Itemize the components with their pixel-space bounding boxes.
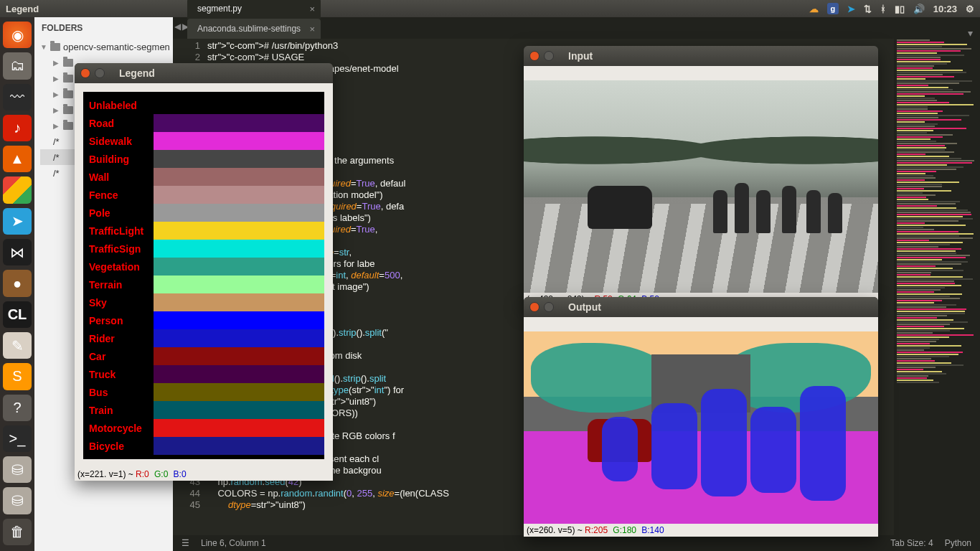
legend-swatch	[154, 437, 324, 455]
system-tray: ☁ g ➤ ⇅ ᚼ ▮▯ 🔊 10:23 ⚙	[809, 3, 974, 14]
launcher-sublime-icon[interactable]: S	[3, 363, 32, 390]
tray-volume-icon[interactable]: 🔊	[913, 4, 925, 14]
status-hamburger-icon[interactable]: ☰	[182, 538, 189, 548]
output-toolbar	[524, 317, 878, 331]
legend-label: Wall	[83, 171, 154, 183]
launcher-vscode-icon[interactable]: ⋈	[3, 239, 32, 265]
launcher-monitor-icon[interactable]: 〰	[3, 84, 32, 110]
legend-label: Person	[83, 315, 154, 326]
tray-app-icon[interactable]: g	[827, 3, 839, 14]
launcher-clion-icon[interactable]: CL	[3, 301, 32, 328]
tray-gear-icon[interactable]: ⚙	[966, 4, 974, 14]
output-window-title: Output	[568, 301, 601, 313]
legend-swatch	[154, 276, 324, 293]
legend-row-building: Building	[83, 150, 324, 168]
legend-swatch	[154, 204, 324, 222]
close-icon[interactable]	[80, 68, 90, 78]
launcher-help-icon[interactable]: ?	[3, 395, 32, 421]
legend-row-terrain: Terrain	[83, 276, 324, 293]
tab-segment-py[interactable]: segment.py×	[187, 0, 321, 19]
nav-back-icon[interactable]: ◀	[174, 22, 181, 32]
legend-swatch	[154, 365, 324, 383]
legend-label: Unlabeled	[83, 100, 154, 111]
minimap[interactable]	[894, 39, 980, 537]
tray-bluetooth-icon[interactable]: ᚼ	[880, 4, 886, 14]
menubar: Legend ☁ g ➤ ⇅ ᚼ ▮▯ 🔊 10:23 ⚙	[0, 0, 980, 17]
legend-row-wall: Wall	[83, 168, 324, 186]
legend-swatch	[154, 329, 324, 347]
tab-label: segment.py	[197, 4, 242, 14]
legend-label: Pole	[83, 207, 154, 219]
minimize-icon[interactable]	[95, 68, 105, 78]
tray-clock[interactable]: 10:23	[933, 4, 957, 14]
launcher-files-icon[interactable]: 🗂	[3, 52, 32, 79]
launcher-terminal-icon[interactable]: >_	[3, 425, 32, 452]
status-position: Line 6, Column 1	[201, 538, 266, 548]
legend-swatch	[154, 168, 324, 186]
tray-telegram-icon[interactable]: ➤	[847, 4, 855, 14]
legend-window[interactable]: Legend UnlabeledRoadSidewalkBuildingWall…	[75, 63, 333, 481]
tray-network-icon[interactable]: ⇅	[864, 4, 872, 14]
legend-label: Car	[83, 351, 154, 362]
tab-close-icon[interactable]: ×	[310, 24, 316, 34]
output-image	[524, 331, 878, 524]
tray-cloud-icon[interactable]: ☁	[809, 4, 819, 14]
legend-swatch	[154, 401, 324, 419]
launcher-gedit-icon[interactable]: ✎	[3, 332, 32, 359]
sidebar-title: FOLDERS	[34, 17, 173, 39]
legend-row-car: Car	[83, 347, 324, 365]
legend-window-title: Legend	[119, 67, 155, 79]
status-bar: ☰ Line 6, Column 1 Tab Size: 4 Python	[173, 535, 980, 551]
legend-row-bicycle: Bicycle	[83, 437, 324, 455]
tab-close-icon[interactable]: ×	[310, 4, 316, 14]
legend-label: Building	[83, 154, 154, 165]
legend-swatch	[154, 311, 324, 329]
legend-swatch	[154, 383, 324, 401]
close-icon[interactable]	[529, 51, 540, 61]
legend-row-person: Person	[83, 311, 324, 329]
legend-label: Train	[83, 405, 154, 416]
minimize-icon[interactable]	[544, 302, 554, 312]
tab-Anaconda-sublime-settings[interactable]: Anaconda.sublime-settings×	[187, 19, 321, 39]
launcher-chrome-icon[interactable]	[3, 176, 32, 203]
legend-label: Bus	[83, 387, 154, 398]
tray-battery-icon[interactable]: ▮▯	[895, 4, 905, 14]
legend-row-bus: Bus	[83, 383, 324, 401]
input-window[interactable]: Input (x=432. v=249) ~ R:52 G:64 B:52	[524, 46, 878, 306]
legend-label: Sky	[83, 297, 154, 309]
legend-label: Truck	[83, 369, 154, 380]
output-window[interactable]: Output (x=260. v=5) ~ R:205 G:180 B:140	[524, 297, 878, 537]
legend-label: TrafficLight	[83, 225, 154, 237]
legend-swatch	[154, 114, 324, 132]
status-tabsize[interactable]: Tab Size: 4	[890, 538, 933, 548]
input-window-title: Input	[568, 50, 593, 62]
tab-label: Anaconda.sublime-settings	[197, 24, 301, 34]
legend-label: Bicycle	[83, 441, 154, 452]
legend-label: Rider	[83, 333, 154, 344]
legend-label: Terrain	[83, 279, 154, 291]
launcher-trash-icon[interactable]: 🗑	[3, 519, 32, 545]
legend-row-pole: Pole	[83, 204, 324, 222]
input-toolbar	[524, 66, 878, 80]
tree-root[interactable]: ▼opencv-semantic-segmen	[40, 39, 173, 55]
launcher-disk2-icon[interactable]: ⛁	[3, 487, 32, 514]
legend-row-truck: Truck	[83, 365, 324, 383]
launcher-acorn-icon[interactable]: ●	[3, 270, 32, 296]
close-icon[interactable]	[529, 302, 540, 312]
launcher-dash-icon[interactable]: ◉	[3, 22, 32, 48]
legend-row-trafficlight: TrafficLight	[83, 222, 324, 240]
legend-swatch	[154, 293, 324, 311]
launcher-vlc-icon[interactable]: ▲	[3, 146, 32, 172]
launcher-telegram-icon[interactable]: ➤	[3, 208, 32, 235]
legend-label: Road	[83, 118, 154, 129]
launcher-music-icon[interactable]: ♪	[3, 115, 32, 141]
status-syntax[interactable]: Python	[945, 538, 971, 548]
tab-menu-icon[interactable]: ▾	[961, 27, 980, 39]
legend-label: Motorcycle	[83, 423, 154, 434]
launcher-disk-icon[interactable]: ⛁	[3, 456, 32, 483]
legend-row-road: Road	[83, 114, 324, 132]
minimize-icon[interactable]	[544, 51, 554, 61]
unity-launcher: ◉ 🗂 〰 ♪ ▲ ➤ ⋈ ● CL ✎ S ? >_ ⛁ ⛁ 🗑	[0, 17, 34, 551]
legend-row-sky: Sky	[83, 293, 324, 311]
legend-label: Vegetation	[83, 261, 154, 273]
